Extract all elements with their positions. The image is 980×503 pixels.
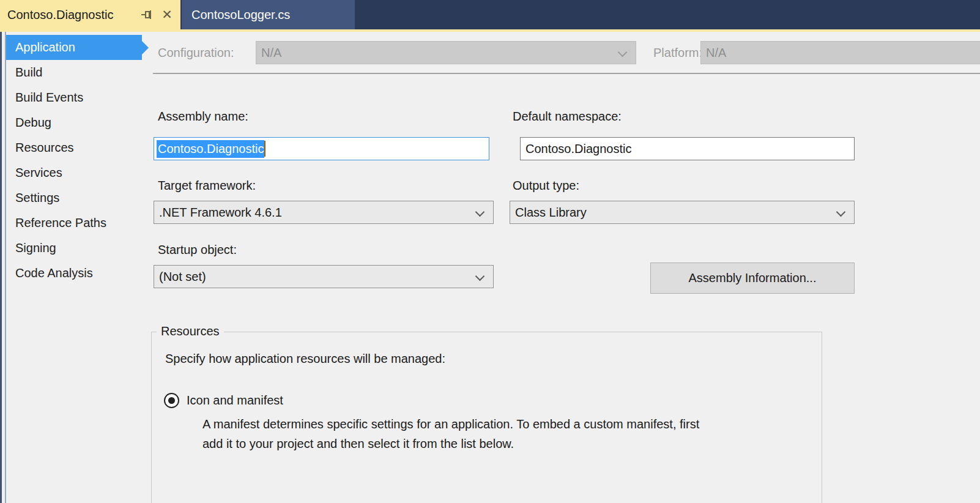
platform-select: N/A: [700, 41, 980, 64]
sidebar-item-build[interactable]: Build: [6, 60, 142, 85]
sidebar-item-label: Debug: [15, 116, 51, 130]
sidebar-item-label: Code Analysis: [15, 266, 93, 280]
chevron-down-icon: [836, 207, 846, 217]
selected-text: Contoso.Diagnostic: [157, 140, 264, 158]
sidebar-item-label: Build: [15, 65, 42, 80]
sidebar-item-label: Services: [15, 166, 62, 180]
tab-title: ContosoLogger.cs: [191, 8, 345, 22]
sidebar-item-reference-paths[interactable]: Reference Paths: [6, 211, 142, 236]
sidebar-item-label: Reference Paths: [15, 216, 106, 230]
pin-icon[interactable]: [140, 8, 154, 21]
tab-contosologger-cs[interactable]: ContosoLogger.cs: [182, 0, 355, 29]
chevron-down-icon: [475, 272, 485, 281]
window-left-border: [0, 32, 2, 503]
application-properties-page: Application Build Build Events Debug Res…: [0, 32, 980, 503]
target-framework-label: Target framework:: [158, 177, 256, 193]
output-type-label: Output type:: [513, 177, 579, 193]
chevron-down-icon: [475, 207, 485, 217]
manifest-help-line-1: A manifest determines specific settings …: [202, 414, 699, 434]
icon-and-manifest-option: Icon and manifest: [164, 393, 283, 408]
icon-and-manifest-radio[interactable]: [164, 393, 179, 408]
sidebar-item-build-events[interactable]: Build Events: [6, 85, 142, 110]
radio-selected-dot: [168, 397, 175, 404]
selected-value: (Not set): [159, 270, 206, 283]
sidebar-item-label: Settings: [15, 191, 59, 205]
chevron-down-icon: [618, 48, 628, 58]
selected-value: .NET Framework 4.6.1: [159, 206, 282, 219]
close-icon[interactable]: ✕: [160, 7, 174, 22]
sidebar-item-label: Resources: [15, 141, 74, 155]
resources-group-legend: Resources: [157, 324, 224, 338]
sidebar-item-label: Application: [15, 40, 75, 54]
default-namespace-label: Default namespace:: [513, 108, 622, 124]
sidebar-item-settings[interactable]: Settings: [6, 185, 142, 211]
sidebar-item-application[interactable]: Application: [6, 35, 142, 60]
platform-label: Platform:: [653, 41, 702, 64]
assembly-information-button[interactable]: Assembly Information...: [650, 263, 855, 294]
sidebar-item-resources[interactable]: Resources: [6, 135, 142, 160]
sidebar-item-code-analysis[interactable]: Code Analysis: [6, 261, 142, 286]
sidebar-item-label: Signing: [15, 241, 56, 255]
configuration-label: Configuration:: [158, 41, 234, 64]
assembly-name-input[interactable]: Contoso.Diagnostic: [154, 137, 489, 160]
manifest-help-text: A manifest determines specific settings …: [202, 414, 699, 453]
startup-object-select[interactable]: (Not set): [154, 265, 494, 288]
target-framework-select[interactable]: .NET Framework 4.6.1: [154, 201, 494, 224]
text-caret: [264, 141, 265, 157]
selected-value: N/A: [261, 46, 281, 59]
sidebar-item-signing[interactable]: Signing: [6, 236, 142, 261]
output-type-select[interactable]: Class Library: [510, 201, 855, 224]
icon-and-manifest-radio-label: Icon and manifest: [187, 393, 283, 408]
resources-group-box: Resources Specify how application resour…: [151, 332, 822, 503]
section-divider: [153, 73, 980, 74]
default-namespace-input[interactable]: Contoso.Diagnostic: [520, 137, 855, 160]
document-tab-bar: Contoso.Diagnostic ✕ ContosoLogger.cs: [0, 0, 980, 29]
startup-object-label: Startup object:: [158, 242, 237, 258]
tab-title: Contoso.Diagnostic: [7, 8, 140, 22]
configuration-select: N/A: [256, 41, 636, 64]
sidebar-item-debug[interactable]: Debug: [6, 110, 142, 135]
assembly-name-label: Assembly name:: [158, 108, 248, 124]
tab-contoso-diagnostic[interactable]: Contoso.Diagnostic ✕: [0, 0, 180, 29]
selected-value: Class Library: [515, 206, 587, 219]
input-text: Contoso.Diagnostic: [525, 142, 631, 156]
sidebar-item-label: Build Events: [15, 91, 83, 105]
manifest-help-line-2: add it to your project and then select i…: [202, 434, 699, 453]
selected-value: N/A: [706, 46, 726, 59]
sidebar-item-services[interactable]: Services: [6, 160, 142, 185]
resources-description: Specify how application resources will b…: [165, 351, 445, 367]
visual-studio-project-properties: Contoso.Diagnostic ✕ ContosoLogger.cs Ap…: [0, 0, 980, 503]
